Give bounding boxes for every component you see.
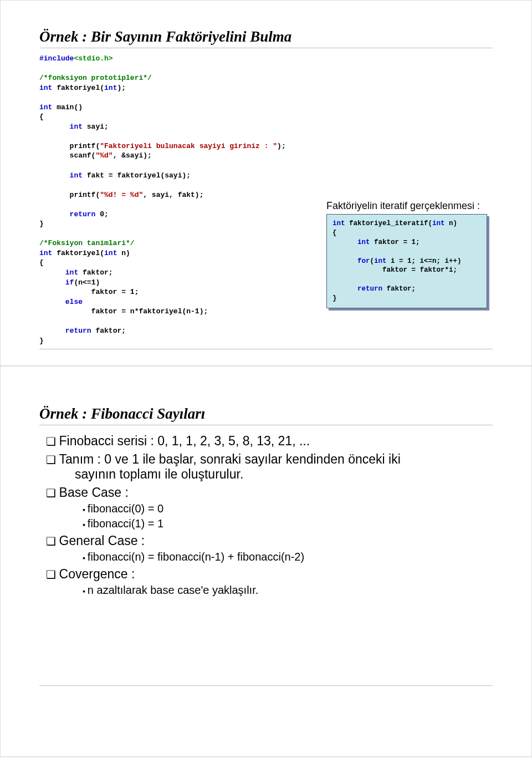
sub-item: n azaltılarak base case'e yaklaşılır. [83,584,493,597]
kw-int: int [104,249,117,257]
code-text: printf( [39,142,100,150]
divider [39,685,493,686]
kw-if: if [39,278,74,287]
sub-text: fibonacci(0) = 0 [88,502,163,515]
code-text: { [39,113,44,121]
code-text: faktor = n*faktoriyel(n-1); [39,307,208,316]
kw-int: int [39,84,52,92]
bullet-item: Tanım : 0 ve 1 ile başlar, sonraki sayıl… [46,452,493,482]
code-text: n) [117,249,130,257]
code-text: main() [52,103,83,111]
bullet-item: General Case : fibonacci(n) = fibonacci(… [46,533,493,563]
kw-int: int [39,249,52,257]
code-text: , &sayi); [113,151,152,160]
comment-def: /*Foksiyon tanimlari*/ [39,239,135,247]
code-text: ( [370,257,375,265]
side-title: Faktöriyelin iteratif gerçeklenmesi : [326,200,487,212]
sub-text: n azaltılarak base case'e yaklaşılır. [88,584,258,596]
bullet-text: Covergence : [59,567,135,581]
kw-return: return [332,285,382,293]
kw-int: int [39,171,83,180]
bullet-text: Finobacci serisi : 0, 1, 1, 2, 3, 5, 8, … [59,434,310,448]
divider [39,425,493,425]
sub-item: fibonacci(1) = 1 [83,517,493,530]
kw-include: #include [39,54,74,63]
code-text: printf( [39,191,100,199]
slide2-title: Örnek : Fibonacci Sayıları [39,405,493,423]
string-lit: "%d! = %d" [100,191,143,199]
sub-item: fibonacci(n) = fibonacci(n-1) + fibonacc… [83,551,493,563]
code-text: sayi; [83,123,109,131]
code-iterative: int faktoriyel_iteratif(int n) { int fak… [332,219,481,303]
code-text: faktor; [78,268,112,277]
kw-int: int [39,268,78,277]
bullet-text-cont: sayının toplamı ile oluşturulur. [60,467,493,482]
code-text: } [39,220,44,228]
code-text: 0; [95,210,108,218]
sub-text: fibonacci(n) = fibonacci(n-1) + fibonacc… [88,551,304,563]
bullet-list: Finobacci serisi : 0, 1, 1, 2, 3, 5, 8, … [46,434,493,597]
kw-return: return [39,327,91,335]
sub-text: fibonacci(1) = 1 [88,517,163,530]
code-text: , sayi, fakt); [143,191,203,199]
kw-int: int [39,123,83,131]
bullet-text: Base Case : [59,485,129,500]
kw-int: int [39,103,52,111]
code-text: scanf( [39,151,95,160]
bullet-text: General Case : [59,533,145,548]
lib-stdio: <stdio.h> [74,54,112,63]
code-text: ); [117,84,126,92]
kw-int: int [432,220,445,227]
code-text: faktoriyel( [52,249,104,257]
slide1-title: Örnek : Bir Sayının Faktöriyelini Bulma [39,28,493,45]
sub-item: fibonacci(0) = 0 [83,502,493,515]
bullet-item: Base Case : fibonacci(0) = 0 fibonacci(1… [46,485,493,530]
bullet-text: Tanım : 0 ve 1 ile başlar, sonraki sayıl… [59,452,401,466]
code-text: n) [445,220,458,227]
code-text: } [332,294,337,302]
kw-int: int [374,257,387,265]
sub-list: fibonacci(0) = 0 fibonacci(1) = 1 [83,502,493,530]
side-panel-iterative: Faktöriyelin iteratif gerçeklenmesi : in… [326,200,487,308]
string-lit: "%d" [95,151,112,160]
code-text: } [39,337,44,345]
code-text: faktoriyel( [52,84,104,92]
code-text: faktor; [91,327,126,335]
slide-faktoriyel: Örnek : Bir Sayının Faktöriyelini Bulma … [0,0,532,366]
code-text: fakt = faktoriyel(sayi); [83,171,191,180]
divider [39,349,493,349]
document-page: Örnek : Bir Sayının Faktöriyelini Bulma … [0,0,532,757]
code-text: faktor = 1; [39,288,139,296]
comment-proto: /*fonksiyon prototipleri*/ [39,74,152,82]
code-text: i = 1; i<=n; i++) [387,257,462,265]
bullet-item: Covergence : n azaltılarak base case'e y… [46,567,493,597]
kw-for: for [332,257,370,265]
kw-int: int [332,220,345,227]
code-text: faktor = 1; [370,238,420,246]
code-text: faktor; [382,285,416,293]
kw-int: int [332,238,370,246]
code-text: faktor = faktor*i; [332,266,457,274]
code-text: (n<=1) [74,278,100,287]
code-text: ); [277,142,286,150]
kw-int: int [104,84,117,92]
code-text: { [332,229,337,237]
slide-fibonacci: Örnek : Fibonacci Sayıları Finobacci ser… [0,366,532,757]
kw-else: else [39,298,83,306]
kw-return: return [39,210,95,218]
divider [39,48,493,48]
sub-list: fibonacci(n) = fibonacci(n-1) + fibonacc… [83,551,493,563]
code-text: { [39,258,44,267]
bullet-item: Finobacci serisi : 0, 1, 1, 2, 3, 5, 8, … [46,434,493,449]
string-lit: "Faktoriyeli bulunacak sayiyi giriniz : … [100,142,277,150]
code-box-iterative: int faktoriyel_iteratif(int n) { int fak… [326,214,487,308]
code-text: faktoriyel_iteratif( [345,220,433,227]
sub-list: n azaltılarak base case'e yaklaşılır. [83,584,493,597]
